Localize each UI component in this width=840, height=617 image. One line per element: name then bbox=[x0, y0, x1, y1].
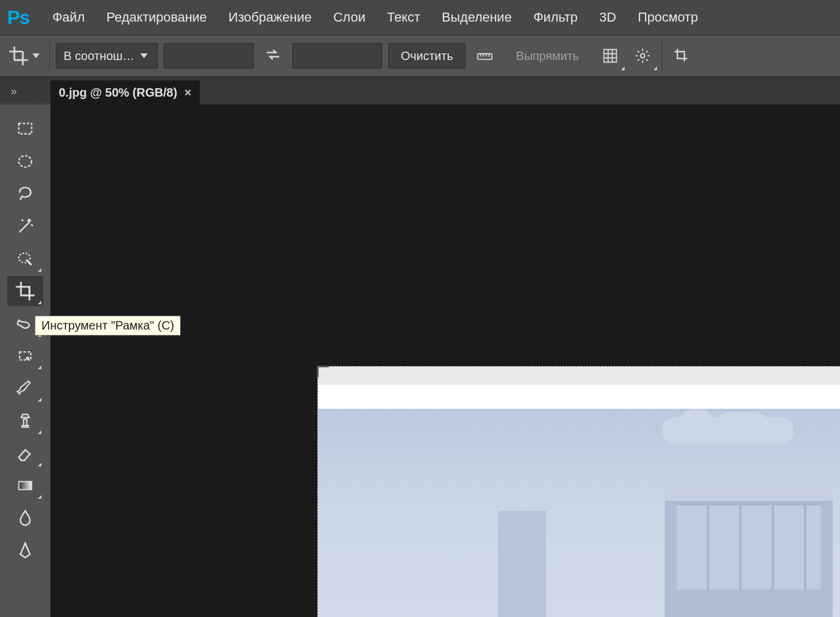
crop-settings-button[interactable] bbox=[629, 43, 656, 69]
pen-icon bbox=[16, 541, 35, 560]
dropdown-label: В соотнош… bbox=[64, 49, 134, 63]
menu-file[interactable]: Файл bbox=[41, 0, 95, 35]
canvas-area[interactable] bbox=[50, 104, 840, 617]
tool-rectangular-marquee[interactable] bbox=[7, 114, 43, 144]
tool-magic-wand[interactable] bbox=[7, 211, 43, 241]
svg-point-6 bbox=[26, 357, 29, 360]
chevron-down-icon bbox=[32, 53, 40, 58]
content-aware-button[interactable] bbox=[668, 43, 695, 69]
document-canvas[interactable] bbox=[317, 366, 840, 617]
app-logo: Ps bbox=[7, 7, 29, 29]
elliptical-marquee-icon bbox=[16, 152, 35, 171]
menu-select[interactable]: Выделение bbox=[431, 0, 523, 35]
options-bar: В соотнош… Очистить Выпрямить bbox=[0, 35, 840, 77]
tool-brush[interactable] bbox=[7, 373, 43, 403]
frame-icon bbox=[16, 314, 35, 333]
gradient-icon bbox=[16, 476, 35, 495]
tool-crop[interactable] bbox=[7, 276, 43, 306]
swap-icon bbox=[265, 46, 281, 63]
svg-rect-7 bbox=[19, 481, 31, 489]
brush-icon bbox=[16, 379, 35, 398]
tool-clone-stamp[interactable] bbox=[7, 406, 43, 436]
crop-fill-icon bbox=[673, 46, 690, 66]
document-tabs: 0.jpg @ 50% (RGB/8) × bbox=[0, 77, 840, 104]
magic-wand-icon bbox=[16, 217, 35, 236]
svg-rect-2 bbox=[19, 124, 31, 134]
tool-blur[interactable] bbox=[7, 503, 43, 533]
ruler-icon bbox=[476, 46, 493, 66]
canvas-content bbox=[318, 385, 840, 409]
aspect-ratio-dropdown[interactable]: В соотнош… bbox=[56, 43, 158, 68]
clear-button[interactable]: Очистить bbox=[388, 43, 466, 68]
crop-handle[interactable] bbox=[317, 366, 329, 378]
clone-stamp-icon bbox=[16, 411, 35, 430]
menu-type[interactable]: Текст bbox=[376, 0, 431, 35]
divider bbox=[662, 41, 662, 70]
canvas-content bbox=[318, 367, 840, 385]
straighten-button[interactable]: Выпрямить bbox=[504, 43, 591, 68]
svg-point-3 bbox=[19, 156, 31, 167]
straighten-tool-button[interactable] bbox=[472, 43, 498, 69]
menu-view[interactable]: Просмотр bbox=[627, 0, 709, 35]
menubar: Ps Файл Редактирование Изображение Слои … bbox=[0, 0, 840, 35]
quick-selection-icon bbox=[16, 249, 35, 268]
tooltip: Инструмент "Рамка" (C) bbox=[35, 316, 181, 336]
close-icon[interactable]: × bbox=[184, 86, 191, 100]
divider bbox=[49, 41, 50, 70]
menu-layers[interactable]: Слои bbox=[322, 0, 376, 35]
svg-rect-0 bbox=[478, 54, 491, 59]
tab-title: 0.jpg @ 50% (RGB/8) bbox=[59, 86, 177, 100]
tool-lasso[interactable] bbox=[7, 179, 43, 209]
menu-3d[interactable]: 3D bbox=[589, 0, 627, 35]
rectangular-marquee-icon bbox=[16, 119, 35, 139]
tool-gradient[interactable] bbox=[7, 471, 43, 501]
document-tab[interactable]: 0.jpg @ 50% (RGB/8) × bbox=[50, 80, 200, 104]
eraser-icon bbox=[16, 444, 35, 463]
crop-icon bbox=[15, 281, 35, 301]
blur-icon bbox=[16, 508, 35, 528]
menu-image[interactable]: Изображение bbox=[218, 0, 323, 35]
chevron-down-icon bbox=[140, 53, 148, 58]
active-tool-indicator[interactable] bbox=[5, 42, 43, 70]
lasso-icon bbox=[16, 184, 35, 203]
tools-panel bbox=[0, 104, 50, 617]
menu-edit[interactable]: Редактирование bbox=[95, 0, 218, 35]
grid-icon bbox=[602, 46, 619, 66]
canvas-content bbox=[318, 409, 840, 617]
grid-overlay-button[interactable] bbox=[597, 43, 623, 69]
tool-quick-selection[interactable] bbox=[7, 244, 43, 274]
tool-eraser[interactable] bbox=[7, 438, 43, 468]
menu-filter[interactable]: Фильтр bbox=[523, 0, 589, 35]
crop-icon bbox=[8, 46, 29, 66]
svg-point-1 bbox=[640, 54, 644, 58]
swap-dimensions-button[interactable] bbox=[260, 41, 286, 70]
tool-elliptical-marquee[interactable] bbox=[7, 146, 43, 176]
crop-width-input[interactable] bbox=[164, 43, 254, 68]
tool-pen[interactable] bbox=[7, 535, 43, 565]
gear-icon bbox=[634, 46, 651, 65]
toolbar-collapse-toggle[interactable]: » bbox=[0, 80, 50, 103]
artboard-icon bbox=[16, 346, 35, 366]
crop-height-input[interactable] bbox=[292, 43, 382, 68]
tool-artboard[interactable] bbox=[7, 341, 43, 371]
